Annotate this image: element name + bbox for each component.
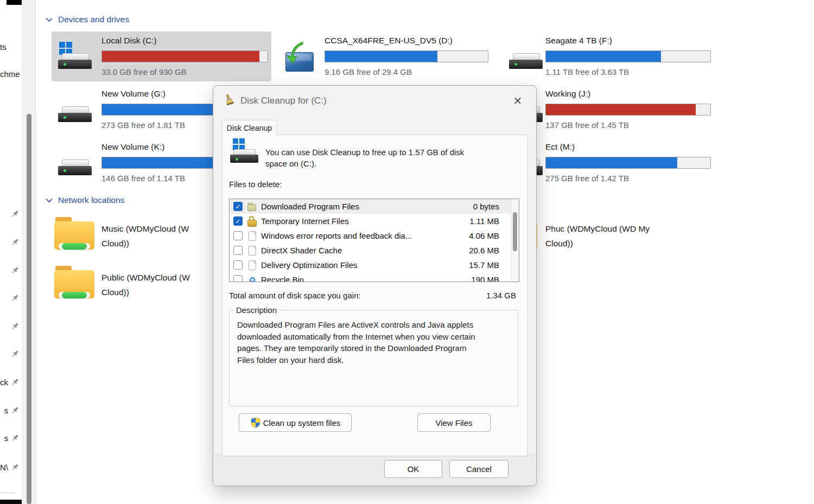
pinned-item[interactable]: [0, 321, 20, 331]
drive-tile-working-j[interactable]: Working (J:) 137 GB free of 1.45 TB: [505, 85, 724, 135]
network-folder-public[interactable]: Public (WDMyCloud (WCloud)): [54, 266, 217, 309]
list-item[interactable]: DirectX Shader Cache 20.6 MB: [230, 243, 519, 258]
item-label: Downloaded Program Files: [261, 202, 359, 211]
hard-drive-windows-icon: [230, 149, 265, 167]
item-size: 0 bytes: [473, 202, 499, 211]
file-icon: [247, 246, 257, 256]
description-text: Downloaded Program Files are ActiveX con…: [230, 315, 518, 366]
hard-drive-icon: [58, 160, 93, 177]
cancel-button[interactable]: Cancel: [449, 460, 508, 478]
checkbox[interactable]: [233, 231, 243, 240]
button-label: View Files: [435, 418, 472, 428]
list-item[interactable]: Temporary Internet Files 1.11 MB: [230, 214, 519, 228]
list-item[interactable]: Downloaded Program Files 0 bytes: [230, 199, 519, 214]
close-icon[interactable]: ✕: [510, 93, 525, 109]
drive-name: Seagate 4 TB (F:): [545, 36, 711, 46]
vertical-scrollbar-thumb[interactable]: [27, 114, 31, 504]
drive-free-space: 9.16 GB free of 29.4 GB: [325, 67, 488, 76]
ok-button[interactable]: OK: [384, 460, 442, 478]
drive-free-space: 275 GB free of 1.42 TB: [545, 174, 711, 183]
checkbox[interactable]: [233, 246, 243, 255]
clean-up-system-files-button[interactable]: Clean up system files: [239, 413, 352, 432]
pin-icon[interactable]: [10, 349, 20, 359]
list-item[interactable]: Recycle Bin 190 MB: [230, 272, 519, 282]
item-size: 190 MB: [471, 275, 499, 282]
pinned-item[interactable]: [0, 349, 20, 359]
disk-cleanup-dialog: Disk Cleanup for (C:) ✕ Disk Cleanup You…: [213, 85, 537, 486]
list-item[interactable]: Delivery Optimization Files 15.7 MB: [230, 258, 519, 272]
list-scrollbar[interactable]: [511, 199, 519, 282]
pinned-item-label: s: [4, 406, 9, 415]
checkbox[interactable]: [233, 275, 243, 282]
pin-icon[interactable]: [10, 433, 20, 443]
cropped-label-fragment: chme: [0, 69, 20, 79]
network-folder-icon: [54, 266, 94, 299]
green-arrow-icon: [284, 41, 305, 64]
pin-icon[interactable]: [10, 238, 20, 247]
group-header-devices[interactable]: Devices and drives: [46, 15, 129, 24]
button-label: Cancel: [466, 464, 492, 474]
lock-icon: [247, 216, 257, 226]
checkbox[interactable]: [233, 202, 243, 211]
chevron-down-icon[interactable]: [46, 17, 53, 22]
pin-icon[interactable]: [10, 406, 20, 415]
total-gain-label: Total amount of disk space you gain:: [229, 291, 361, 300]
pinned-item[interactable]: N\: [0, 462, 20, 472]
webfolder-icon: [247, 202, 257, 212]
list-item[interactable]: Windows error reports and feedback dia..…: [230, 228, 519, 243]
pin-icon[interactable]: [10, 294, 20, 303]
drive-tile-ect-m[interactable]: Ect (M:) 275 GB free of 1.42 TB: [505, 138, 724, 188]
capacity-bar: [545, 157, 711, 169]
drive-free-space: 1.11 TB free of 3.63 TB: [545, 67, 711, 76]
group-header-label: Devices and drives: [58, 15, 129, 24]
pin-icon[interactable]: [10, 266, 20, 275]
capacity-bar: [545, 50, 711, 62]
button-label: Clean up system files: [263, 418, 341, 428]
item-size: 1.11 MB: [469, 216, 499, 226]
tab-disk-cleanup[interactable]: Disk Cleanup: [222, 120, 277, 136]
pinned-item[interactable]: ck: [0, 377, 20, 387]
item-label: Recycle Bin: [261, 275, 304, 282]
pinned-item-label: s: [4, 433, 9, 443]
drive-tile-local-disk-c[interactable]: Local Disk (C:) 33.0 GB free of 930 GB: [52, 31, 271, 81]
checkbox[interactable]: [233, 260, 243, 270]
item-size: 4.06 MB: [469, 231, 499, 240]
drive-free-space: 33.0 GB free of 930 GB: [101, 67, 268, 76]
item-label: Windows error reports and feedback dia..…: [261, 231, 412, 240]
button-label: OK: [408, 464, 419, 474]
description-title: Description: [234, 305, 279, 315]
pinned-item[interactable]: [0, 265, 20, 275]
list-scrollbar-thumb[interactable]: [513, 212, 517, 251]
pinned-item[interactable]: s: [0, 405, 20, 415]
checkbox[interactable]: [233, 216, 243, 226]
pinned-item[interactable]: s: [0, 433, 20, 443]
item-size: 15.7 MB: [469, 260, 499, 270]
hard-drive-icon: [58, 106, 93, 124]
folder-label: Phuc (WDMyCloud (WD MyCloud)): [545, 221, 650, 251]
pinned-item[interactable]: [0, 209, 20, 219]
pin-icon[interactable]: [10, 209, 20, 219]
dialog-title-bar[interactable]: Disk Cleanup for (C:): [213, 86, 536, 116]
pin-icon[interactable]: [10, 322, 20, 331]
view-files-button[interactable]: View Files: [417, 413, 491, 432]
item-label: DirectX Shader Cache: [261, 246, 342, 255]
drive-tile-seagate-f[interactable]: Seagate 4 TB (F:) 1.11 TB free of 3.63 T…: [505, 31, 724, 81]
pin-icon[interactable]: [10, 378, 20, 387]
group-header-network[interactable]: Network locations: [46, 195, 124, 205]
pinned-item[interactable]: [0, 237, 20, 247]
folder-label: Music (WDMyCloud (WCloud)): [101, 221, 189, 251]
drive-name: Local Disk (C:): [101, 36, 268, 46]
pin-icon[interactable]: [10, 463, 20, 472]
files-to-delete-list: Downloaded Program Files 0 bytes Tempora…: [229, 199, 519, 282]
pane-divider: [35, 0, 36, 504]
description-groupbox: Description Downloaded Program Files are…: [229, 305, 518, 406]
cropped-label-fragment: ts: [0, 42, 7, 52]
network-folder-music[interactable]: Music (WDMyCloud (WCloud)): [54, 217, 217, 260]
drive-tile-dvd-d[interactable]: CCSA_X64FRE_EN-US_DV5 (D:) 9.16 GB free …: [282, 31, 502, 81]
total-gain-value: 1.34 GB: [486, 291, 516, 300]
recycle-icon: [247, 275, 257, 283]
chevron-down-icon[interactable]: [46, 198, 53, 203]
folder-label: Public (WDMyCloud (WCloud)): [101, 270, 190, 299]
pinned-item[interactable]: [0, 293, 20, 303]
pinned-item-label: N\: [0, 463, 8, 472]
